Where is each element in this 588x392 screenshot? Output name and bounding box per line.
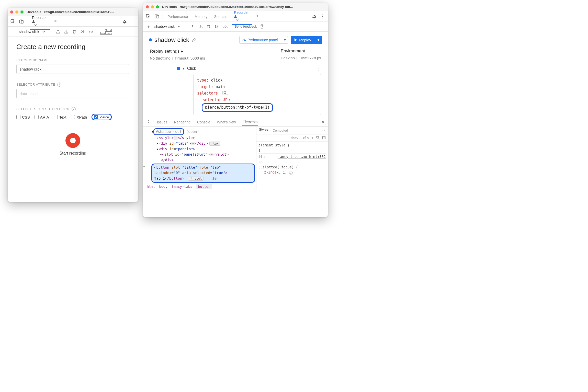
create-recording-panel: Create a new recording RECORDING NAME SE… — [8, 37, 138, 162]
minimize-window-icon[interactable] — [151, 5, 154, 8]
zoom-window-icon[interactable] — [20, 10, 24, 14]
delete-icon[interactable] — [207, 25, 212, 29]
zoom-window-icon[interactable] — [156, 5, 159, 8]
crumb-fancy-tabs[interactable]: fancy-tabs — [172, 184, 192, 189]
tab-elements[interactable]: Elements — [242, 118, 258, 126]
hov-toggle[interactable]: :hov — [290, 136, 298, 140]
step-menu-icon[interactable]: ⋮ — [316, 66, 321, 71]
tab-whats-new[interactable]: What's New — [216, 119, 236, 126]
info-icon[interactable]: i — [289, 171, 293, 175]
flask-icon — [32, 20, 48, 23]
caret-down-icon[interactable]: ▾ — [315, 36, 322, 44]
settings-gear-icon[interactable] — [121, 18, 127, 25]
tab-performance[interactable]: Performance — [165, 12, 190, 21]
start-recording-button[interactable] — [65, 133, 80, 148]
minimize-window-icon[interactable] — [15, 10, 18, 14]
source-link[interactable]: fancy-tabs-…mo.html:302 — [278, 154, 326, 159]
tab-sources[interactable]: Sources — [212, 12, 229, 21]
panel-heading: Create a new recording — [16, 43, 129, 51]
performance-panel-button[interactable]: Performance panel ▾ — [239, 36, 288, 44]
tab-styles[interactable]: Styles — [259, 128, 268, 133]
export-icon[interactable] — [56, 30, 61, 34]
window-controls — [10, 10, 24, 14]
dropdown-caret-icon[interactable] — [42, 30, 47, 33]
new-recording-icon[interactable]: ＋ — [146, 24, 151, 30]
step-play-icon[interactable] — [81, 30, 86, 33]
crumb-body[interactable]: body — [159, 184, 168, 189]
step-play-icon[interactable] — [215, 25, 220, 28]
tab-memory[interactable]: Memory — [193, 12, 210, 21]
new-recording-icon[interactable]: ＋ — [10, 29, 16, 35]
more-tabs-icon[interactable]: » — [323, 129, 325, 132]
help-icon[interactable]: ? — [57, 83, 61, 87]
send-feedback-link[interactable]: Send feedback — [234, 25, 257, 28]
crumb-html[interactable]: html — [147, 184, 155, 189]
dom-breadcrumbs: html body fancy-tabs button — [144, 183, 255, 190]
checkbox-css[interactable]: CSS — [16, 115, 30, 119]
close-window-icon[interactable] — [146, 5, 149, 8]
paint-icon[interactable] — [316, 136, 320, 140]
dropdown-caret-icon[interactable] — [178, 25, 183, 28]
flask-icon — [234, 15, 250, 18]
panel-icon[interactable] — [322, 136, 326, 140]
cls-toggle[interactable]: .cls — [301, 136, 309, 140]
speed-icon[interactable] — [223, 25, 228, 28]
selector-source: #ta — [258, 155, 265, 159]
crumb-button[interactable]: button — [196, 184, 212, 189]
replay-settings-row: Replay settings ▸ No throttling | Timeou… — [143, 48, 328, 64]
help-circle-icon[interactable]: ? — [260, 24, 264, 29]
checkbox-pierce-highlighted[interactable]: Pierce — [92, 114, 112, 120]
overflow-dots-icon[interactable]: ⋯ — [143, 164, 145, 169]
inspect-icon[interactable] — [145, 13, 151, 19]
speed-icon[interactable] — [89, 30, 94, 33]
dom-tree[interactable]: ▾#shadow-root (open) ▸<style>⋯</style> ▸… — [143, 127, 256, 190]
import-icon[interactable] — [64, 30, 69, 34]
replay-button[interactable]: Replay ▾ — [291, 36, 322, 44]
tab-console[interactable]: Console — [197, 119, 211, 126]
close-tab-icon[interactable]: ✕ — [236, 18, 239, 22]
selector-attribute-input[interactable] — [16, 89, 129, 98]
export-icon[interactable] — [190, 25, 196, 29]
checkbox-xpath[interactable]: XPath — [71, 115, 87, 119]
close-drawer-icon[interactable]: ✕ — [321, 120, 325, 125]
send-feedback-link[interactable]: Send feedback — [100, 29, 112, 35]
device-toggle-icon[interactable] — [154, 13, 160, 19]
drawer-tabbar: ⋮ Issues Rendering Console What's New El… — [143, 118, 328, 127]
inspect-icon[interactable] — [10, 18, 16, 25]
select-element-icon[interactable] — [222, 91, 228, 95]
selector-value-highlighted[interactable]: pierce/button:nth-of-type(1) — [202, 103, 273, 112]
kebab-menu-icon[interactable]: ⋮ — [320, 13, 326, 19]
tab-computed[interactable]: Computed — [273, 129, 288, 132]
kebab-menu-icon[interactable]: ⋮ — [130, 18, 136, 25]
checkbox-aria[interactable]: ARIA — [35, 115, 49, 119]
svg-rect-2 — [21, 20, 23, 23]
close-window-icon[interactable] — [10, 10, 13, 14]
more-tabs-icon[interactable] — [52, 18, 59, 25]
replay-settings-heading[interactable]: Replay settings ▸ — [150, 49, 205, 54]
edit-title-icon[interactable] — [192, 38, 196, 42]
close-tab-icon[interactable]: ✕ — [34, 23, 37, 27]
device-toggle-icon[interactable] — [18, 18, 25, 25]
checkbox-text[interactable]: Text — [54, 115, 66, 119]
settings-gear-icon[interactable] — [311, 13, 317, 19]
filter-input[interactable]: F — [258, 136, 288, 140]
caret-down-icon[interactable]: ▾ — [282, 36, 288, 43]
slot-badge[interactable]: slot — [188, 177, 203, 181]
tab-rendering[interactable]: Rendering — [173, 119, 191, 126]
new-rule-icon[interactable]: + — [311, 136, 313, 140]
selected-element-highlighted[interactable]: <button slot="title" role="tab" tabindex… — [151, 164, 255, 183]
tab-recorder[interactable]: Recorder ✕ — [30, 13, 50, 30]
delete-icon[interactable] — [72, 30, 77, 34]
flex-badge[interactable]: flex — [209, 142, 220, 146]
collapse-icon[interactable]: ▾ — [183, 67, 185, 71]
tab-recorder[interactable]: Recorder ✕ — [232, 8, 252, 25]
help-icon[interactable]: ? — [72, 107, 76, 111]
more-tabs-icon[interactable] — [254, 13, 261, 19]
drawer-menu-icon[interactable]: ⋮ — [146, 119, 151, 125]
tab-issues[interactable]: Issues — [156, 119, 168, 126]
import-icon[interactable] — [199, 25, 204, 29]
devtools-window-right: DevTools - rawgit.com/ebidel/2d2bb0cdec3… — [143, 3, 328, 217]
recording-name-input[interactable] — [16, 64, 129, 74]
recording-name: shadow click — [154, 25, 175, 29]
svg-rect-8 — [316, 136, 319, 138]
